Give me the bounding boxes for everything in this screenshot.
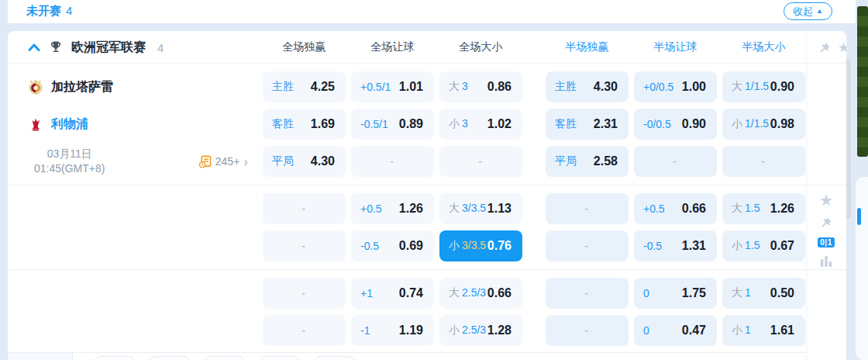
chevron-right-icon: › <box>243 155 248 168</box>
pin-icon[interactable] <box>818 42 831 54</box>
more-markets-link[interactable]: 245+ › <box>198 155 248 168</box>
column-header-ht-overunder: 半场大小 <box>722 40 805 54</box>
match-tools-rail: ★ 0|1 <box>807 192 846 267</box>
odds-cell[interactable]: 大1/1.50.90 <box>722 71 805 102</box>
odds-value: 1.00 <box>682 80 706 94</box>
odds-label: +0.5 <box>360 202 382 215</box>
odds-cell[interactable]: -0.50.69 <box>351 230 434 261</box>
odds-cell-empty: - <box>546 230 629 261</box>
odds-empty-dash: - <box>584 202 588 215</box>
odds-cell[interactable]: 大30.86 <box>439 71 522 102</box>
collapse-up-triangle-icon: ▲ <box>816 8 823 15</box>
odds-cell[interactable]: 小3/3.50.76 <box>439 230 522 261</box>
odds-label: 小3/3.5 <box>449 239 486 253</box>
market-tab-pill[interactable] <box>315 356 355 360</box>
odds-label: 小1.5 <box>732 239 760 253</box>
odds-empty-dash: - <box>584 287 588 299</box>
odds-label: 平局 <box>555 154 577 168</box>
odds-cell[interactable]: 小31.02 <box>439 109 522 140</box>
match-row-away[interactable]: 利物浦 客胜1.69-0.5/10.89小31.02客胜2.31-0/0.50.… <box>8 106 846 143</box>
side-panel-handle <box>857 208 861 225</box>
odds-empty-dash: - <box>301 240 305 252</box>
odds-cell[interactable]: 大10.50 <box>722 278 805 309</box>
section-title-text: 未开赛 <box>26 4 61 17</box>
odds-cell-empty: - <box>546 315 629 346</box>
score-toggle-badge[interactable]: 0|1 <box>818 237 834 248</box>
collapse-button-label: 收起 <box>793 5 813 19</box>
market-tab-pill[interactable] <box>150 356 190 360</box>
odds-label: -1 <box>360 324 370 337</box>
next-section-left-cell <box>8 353 73 360</box>
odds-cell[interactable]: +10.74 <box>351 278 434 309</box>
odds-cell[interactable]: 00.47 <box>634 315 717 346</box>
odds-value: 4.30 <box>311 154 335 168</box>
odds-cell[interactable]: -11.19 <box>351 315 434 346</box>
odds-cell-empty: - <box>351 146 434 177</box>
odds-label: +0/0.5 <box>643 81 673 93</box>
odds-cell-empty: - <box>263 230 346 261</box>
market-tab-pill[interactable] <box>260 356 300 360</box>
odds-value: 1.26 <box>399 202 423 216</box>
collapse-button[interactable]: 收起 ▲ <box>784 2 832 20</box>
odds-block-main: 加拉塔萨雷 主胜4.25+0.5/11.01大30.86主胜4.30+0/0.5… <box>8 64 846 185</box>
odds-cell[interactable]: 大3/3.51.13 <box>439 193 522 224</box>
odds-cell[interactable]: +0/0.51.00 <box>634 71 717 102</box>
odds-cell[interactable]: 大2.5/30.66 <box>439 278 522 309</box>
odds-value: 0.47 <box>682 324 706 338</box>
favorite-star-icon[interactable]: ★ <box>819 192 833 208</box>
odds-cell[interactable]: 客胜2.31 <box>546 109 629 140</box>
column-header-ft-handicap: 全场让球 <box>351 40 434 54</box>
odds-cell-empty: - <box>546 193 629 224</box>
star-icon[interactable]: ★ <box>838 41 846 54</box>
collapse-chevron-icon[interactable] <box>28 43 40 51</box>
odds-empty-dash: - <box>673 155 677 168</box>
league-trophy-icon <box>49 40 63 54</box>
odds-cell[interactable]: 主胜4.30 <box>546 71 629 102</box>
odds-value: 0.90 <box>682 117 706 131</box>
liverpool-crest-icon <box>28 116 43 132</box>
odds-cell[interactable]: +0.5/11.01 <box>351 71 434 102</box>
odds-block-tertiary: -+10.74大2.5/30.66-01.75大10.50 --11.19小2.… <box>8 269 846 354</box>
odds-value: 0.89 <box>399 117 423 131</box>
odds-value: 4.30 <box>594 80 618 94</box>
odds-label: 小1 <box>732 324 751 338</box>
odds-value: 0.50 <box>770 286 794 300</box>
odds-label: 大1/1.5 <box>732 80 769 94</box>
odds-cell[interactable]: +0.50.66 <box>634 193 717 224</box>
odds-cell[interactable]: +0.51.26 <box>351 193 434 224</box>
odds-cell-empty: - <box>634 146 717 177</box>
odds-cell[interactable]: 主胜4.25 <box>263 71 346 102</box>
odds-cell-empty: - <box>722 146 805 177</box>
odds-label: +1 <box>360 287 373 299</box>
home-team-name: 加拉塔萨雷 <box>51 79 113 95</box>
odds-label: 客胜 <box>272 117 294 131</box>
odds-cell[interactable]: -0.5/10.89 <box>351 109 434 140</box>
odds-cell[interactable]: 小1.50.67 <box>722 230 805 261</box>
odds-label: 0 <box>643 287 649 299</box>
odds-cell[interactable]: 平局2.58 <box>546 146 629 177</box>
odds-value: 0.67 <box>770 239 794 253</box>
match-row-home[interactable]: 加拉塔萨雷 主胜4.25+0.5/11.01大30.86主胜4.30+0/0.5… <box>8 68 846 106</box>
odds-cell[interactable]: 大1.51.26 <box>722 193 805 224</box>
odds-empty-dash: - <box>301 287 305 299</box>
pitch-background-strip <box>857 6 868 157</box>
league-name[interactable]: 欧洲冠军联赛 <box>71 40 146 56</box>
odds-label: 小2.5/3 <box>449 324 486 338</box>
markets-icon <box>198 155 212 168</box>
odds-cell-empty: - <box>546 278 629 309</box>
odds-cell[interactable]: 客胜1.69 <box>263 109 346 140</box>
odds-cell[interactable]: 01.75 <box>634 278 717 309</box>
scrollbar[interactable] <box>846 59 851 219</box>
stats-chart-icon[interactable] <box>820 256 832 267</box>
market-tab-pill[interactable] <box>205 356 245 360</box>
odds-cell[interactable]: 小1/1.50.98 <box>722 109 805 140</box>
match-datetime: 03月11日 01:45(GMT+8) <box>34 147 105 176</box>
odds-cell[interactable]: 平局4.30 <box>263 146 346 177</box>
pin-match-icon[interactable] <box>820 216 832 229</box>
odds-cell[interactable]: 小2.5/31.28 <box>439 315 522 346</box>
odds-cell[interactable]: -0.51.31 <box>634 230 717 261</box>
odds-cell[interactable]: 小11.61 <box>722 315 805 346</box>
odds-cell-empty: - <box>263 278 346 309</box>
odds-cell[interactable]: -0/0.50.90 <box>634 109 717 140</box>
market-tab-pill[interactable] <box>95 356 135 360</box>
